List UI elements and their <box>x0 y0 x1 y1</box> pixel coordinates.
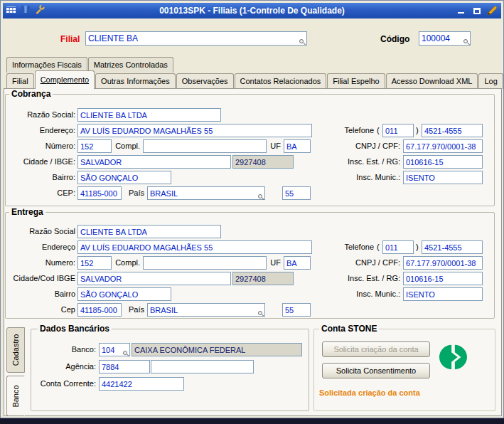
cobranca-ddd-input[interactable] <box>382 124 414 137</box>
solicita-criacao-conta-button[interactable]: Solicita criação da conta <box>322 341 430 357</box>
cobranca-cidade-input[interactable] <box>77 155 231 169</box>
codigo-input[interactable] <box>419 31 471 46</box>
cobranca-uf-input[interactable] <box>284 139 311 153</box>
cobranca-insc-est-input[interactable] <box>403 155 483 169</box>
entrega-pais-label: País <box>123 303 144 317</box>
wrench-icon[interactable] <box>35 4 45 17</box>
entrega-uf-input[interactable] <box>284 256 311 270</box>
cobranca-razao-label: Razão Social: <box>8 108 75 122</box>
entrega-telefone-input[interactable] <box>422 240 483 254</box>
entrega-endereco-input[interactable] <box>77 240 312 254</box>
cobranca-ibge-field <box>232 155 294 169</box>
cobranca-compl-input[interactable] <box>143 139 267 153</box>
tab-outras-informacoes[interactable]: Outras Informações <box>95 73 176 89</box>
tab-row-primary: Filial Complemento Outras Informações Ob… <box>6 70 503 89</box>
edit-pencil-icon[interactable] <box>486 6 498 16</box>
filial-lookup-icon[interactable] <box>299 39 304 43</box>
entrega-bairro-label: Bairro <box>8 287 75 301</box>
banco-lookup-icon[interactable] <box>123 351 127 355</box>
entrega-cidade-input[interactable] <box>77 272 231 285</box>
entrega-pais-cod-input[interactable] <box>282 303 311 317</box>
entrega-cep-input[interactable] <box>77 303 122 317</box>
entrega-paren-open: ( <box>377 240 381 254</box>
cobranca-pais-label: País <box>123 186 144 200</box>
codigo-lookup-icon[interactable] <box>463 39 468 43</box>
cobranca-pais-cod-input[interactable] <box>282 186 311 200</box>
tab-acesso-download-xml[interactable]: Acesso Download XML <box>386 73 478 89</box>
cobranca-cnpj-label: CNPJ / CPF: <box>335 139 400 153</box>
cobranca-title: Cobrança <box>9 89 53 99</box>
entrega-numero-input[interactable] <box>77 256 112 270</box>
entrega-cidade-label: Cidade/Cod IBGE <box>8 272 75 285</box>
columns-icon <box>21 4 31 17</box>
maximize-button[interactable] <box>471 6 483 16</box>
app-window: 001013SPK - Filiais (1-Controle De Quali… <box>0 0 504 418</box>
cobranca-endereco-label: Endereço: <box>8 124 75 137</box>
cobranca-razao-input[interactable] <box>77 108 221 122</box>
side-tab-banco[interactable]: Banco <box>6 376 25 416</box>
cobranca-insc-est-label: Insc. Est. / RG: <box>335 155 400 169</box>
tab-log[interactable]: Log <box>478 73 503 89</box>
cobranca-cidade-label: Cidade / IBGE: <box>8 155 75 169</box>
entrega-insc-est-input[interactable] <box>403 272 483 285</box>
tab-filial-espelho[interactable]: Filial Espelho <box>327 73 385 89</box>
banco-nome-field <box>132 343 302 356</box>
cobranca-compl-label: Compl. <box>113 139 140 153</box>
entrega-pais-input[interactable] <box>147 303 265 317</box>
entrega-numero-label: Numero: <box>8 256 75 270</box>
cobranca-bairro-label: Bairro: <box>8 171 75 184</box>
entrega-cnpj-label: CNPJ / CPF: <box>335 256 400 270</box>
stone-logo-icon <box>439 343 467 374</box>
filial-input[interactable] <box>85 31 307 46</box>
entrega-compl-input[interactable] <box>143 256 267 270</box>
entrega-cnpj-input[interactable] <box>403 256 483 270</box>
cobranca-paren-open: ( <box>377 124 381 137</box>
cobranca-bairro-input[interactable] <box>77 171 171 184</box>
entrega-ddd-input[interactable] <box>382 240 414 254</box>
cobranca-pais-input[interactable] <box>147 186 265 200</box>
entrega-bairro-input[interactable] <box>77 287 171 301</box>
stone-status-text: Solicitada criação da conta <box>319 388 420 397</box>
entrega-endereco-label: Endereço <box>8 240 75 254</box>
agencia-extra-input[interactable] <box>151 360 254 373</box>
solicita-consentimento-button[interactable]: Solicita Consentimento <box>322 363 430 378</box>
window-title: 001013SPK - Filiais (1-Controle De Quali… <box>3 6 501 16</box>
grid-icon <box>6 4 16 17</box>
side-tab-cadastro[interactable]: Cadastro <box>6 327 25 373</box>
minimize-button[interactable] <box>455 6 467 16</box>
entrega-razao-label: Razão Social <box>8 225 75 238</box>
entrega-cep-label: Cep <box>8 303 75 317</box>
entrega-insc-mun-label: Insc. Munic.: <box>335 287 400 301</box>
entrega-insc-mun-input[interactable] <box>403 287 483 301</box>
cobranca-insc-mun-input[interactable] <box>403 171 483 184</box>
cobranca-cep-label: CEP: <box>8 186 75 200</box>
agencia-label: Agência: <box>33 360 96 373</box>
title-bar: 001013SPK - Filiais (1-Controle De Quali… <box>3 3 501 18</box>
cobranca-cnpj-input[interactable] <box>403 139 483 153</box>
cobranca-paren-close: ) <box>416 124 420 137</box>
tab-contatos-relacionados[interactable]: Contatos Relacionados <box>235 73 327 89</box>
banco-label: Banco: <box>33 343 96 356</box>
entrega-razao-input[interactable] <box>77 225 221 238</box>
entrega-uf-label: UF <box>268 256 281 270</box>
cobranca-numero-input[interactable] <box>77 139 112 153</box>
tab-observacoes[interactable]: Observações <box>176 73 234 89</box>
cobranca-insc-mun-label: Insc. Munic.: <box>335 171 400 184</box>
entrega-insc-est-label: Insc. Est. / RG: <box>335 272 400 285</box>
cobranca-uf-label: UF <box>268 139 281 153</box>
agencia-input[interactable] <box>99 360 150 373</box>
conta-corrente-label: Conta Corrente: <box>33 377 96 391</box>
cobranca-numero-label: Número: <box>8 139 75 153</box>
tab-filial[interactable]: Filial <box>6 73 34 89</box>
cobranca-endereco-input[interactable] <box>77 124 312 137</box>
cobranca-telefone-input[interactable] <box>422 124 483 137</box>
conta-corrente-input[interactable] <box>99 377 184 391</box>
entrega-compl-label: Compl. <box>113 256 140 270</box>
entrega-pais-lookup-icon[interactable] <box>258 311 262 315</box>
cobranca-telefone-label: Telefone <box>313 124 374 137</box>
cobranca-cep-input[interactable] <box>77 186 122 200</box>
entrega-paren-close: ) <box>416 240 420 254</box>
cobranca-pais-lookup-icon[interactable] <box>258 194 262 198</box>
tab-complemento[interactable]: Complemento <box>35 70 95 89</box>
conta-stone-title: Conta STONE <box>319 324 379 334</box>
